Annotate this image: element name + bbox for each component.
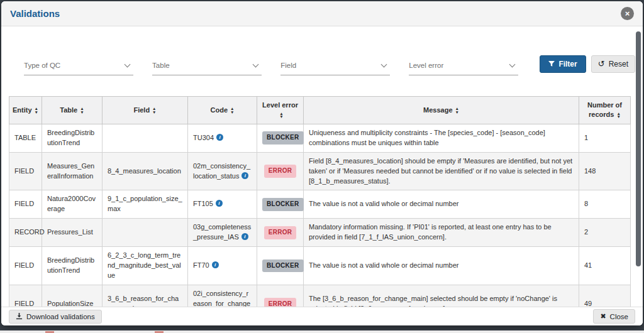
cell-level-error: ERROR: [257, 219, 304, 247]
cell-number-of-records: 49: [579, 285, 631, 308]
download-button-label: Download validations: [26, 313, 95, 320]
cell-code: FT105i: [188, 190, 257, 219]
background-page-sliver: [0, 330, 644, 333]
cell-level-error: ERROR: [257, 285, 304, 308]
filter-level-error-select[interactable]: Level error: [409, 62, 518, 75]
level-badge: BLOCKER: [262, 259, 304, 273]
cell-entity: FIELD: [9, 152, 42, 190]
filter-field-select[interactable]: Field: [280, 62, 390, 75]
filter-table-select[interactable]: Table: [152, 62, 262, 75]
cell-level-error: BLOCKER: [257, 190, 304, 219]
cell-table: Natura2000Coverage: [42, 190, 103, 219]
cell-number-of-records: 41: [579, 247, 631, 285]
cell-message: The value is not a valid whole or decima…: [304, 190, 579, 219]
sort-icon: ▲▼: [230, 107, 234, 114]
filter-field-label: Field: [280, 62, 296, 69]
funnel-icon: [548, 61, 555, 67]
sort-icon: ▲▼: [279, 112, 283, 119]
modal-title: Validations: [10, 8, 60, 19]
filter-button[interactable]: Filter: [540, 55, 586, 73]
cell-number-of-records: 8: [579, 190, 631, 219]
filter-table-label: Table: [152, 62, 170, 69]
cell-table: Pressures_List: [42, 219, 103, 247]
sort-icon: ▲▼: [616, 112, 620, 119]
cell-level-error: ERROR: [257, 152, 304, 190]
modal-header: Validations ×: [1, 1, 643, 26]
cell-table: PopulationSize: [42, 285, 103, 308]
cell-field: 6_2_3_c_long_term_trend_magnitude_best_v…: [103, 247, 188, 285]
chevron-down-icon: [125, 62, 131, 68]
table-row: FIELD BreedingDistributionTrend 6_2_3_c_…: [9, 247, 631, 285]
filter-button-label: Filter: [558, 60, 577, 68]
info-icon[interactable]: i: [242, 233, 248, 240]
modal-backdrop: Validations × Type of QC Table Field Lev…: [0, 0, 644, 333]
cell-code: 03g_completeness_pressure_IASi: [188, 219, 257, 247]
filter-actions: Filter ↺ Reset: [540, 55, 635, 73]
info-icon[interactable]: i: [216, 200, 223, 207]
close-button-label: Close: [610, 313, 628, 320]
column-header-field[interactable]: Field▲▼: [103, 97, 188, 124]
cell-message: Field [8_4_measures_location] should be …: [304, 152, 579, 190]
chevron-down-icon: [253, 62, 259, 68]
level-badge: BLOCKER: [262, 131, 304, 145]
download-validations-button[interactable]: Download validations: [9, 310, 102, 324]
table-header-row: Entity▲▼ Table▲▼ Field▲▼ Code▲▼ Level er…: [9, 97, 631, 124]
filter-type-of-qc-select[interactable]: Type of QC: [24, 62, 133, 75]
cell-table: BreedingDistributionTrend: [42, 247, 103, 285]
column-header-entity[interactable]: Entity▲▼: [9, 97, 42, 124]
filter-bar: Type of QC Table Field Level error Filte…: [24, 55, 635, 75]
level-badge: BLOCKER: [262, 198, 304, 211]
info-icon[interactable]: i: [242, 172, 248, 179]
cell-field: [103, 124, 188, 152]
sort-icon: ▲▼: [80, 107, 84, 114]
table-row: FIELD PopulationSize 3_6_b_reason_for_ch…: [9, 285, 631, 308]
cell-message: Uniqueness and multiplicity constraints …: [304, 124, 579, 152]
cell-number-of-records: 2: [579, 219, 631, 247]
filter-level-error-label: Level error: [409, 62, 443, 69]
sort-icon: ▲▼: [152, 107, 156, 114]
cell-message: The value is not a valid whole or decima…: [304, 247, 579, 285]
cell-entity: FIELD: [9, 285, 42, 308]
filter-type-of-qc-label: Type of QC: [24, 62, 60, 69]
cell-number-of-records: 148: [579, 152, 631, 190]
cell-entity: FIELD: [9, 190, 42, 219]
cell-code: TU304i: [188, 124, 257, 152]
chevron-down-icon: [509, 62, 516, 68]
table-row: RECORD Pressures_List 03g_completeness_p…: [9, 219, 631, 247]
cell-field: 9_1_c_population_size_max: [103, 190, 188, 219]
cell-code: 02i_consistency_reason_for_change_maini: [188, 285, 257, 308]
cell-code: 02m_consistency_location_statusi: [188, 152, 257, 190]
close-icon[interactable]: ×: [621, 7, 634, 20]
cell-code: FT70i: [188, 247, 257, 285]
info-icon[interactable]: i: [216, 134, 223, 141]
validations-table-viewport: Entity▲▼ Table▲▼ Field▲▼ Code▲▼ Level er…: [9, 96, 635, 308]
cell-message: The [3_6_b_reason_for_change_main] selec…: [304, 285, 579, 308]
column-header-table[interactable]: Table▲▼: [42, 97, 103, 124]
reset-button-label: Reset: [609, 60, 628, 68]
cell-field: 8_4_measures_location: [103, 152, 188, 190]
cell-entity: RECORD: [9, 219, 42, 247]
reset-button[interactable]: ↺ Reset: [591, 55, 635, 73]
scrollbar-thumb[interactable]: [636, 31, 641, 266]
close-x-icon: ✖: [600, 312, 606, 320]
column-header-code[interactable]: Code▲▼: [188, 97, 257, 124]
info-icon[interactable]: i: [212, 261, 219, 268]
validations-table: Entity▲▼ Table▲▼ Field▲▼ Code▲▼ Level er…: [9, 96, 631, 308]
sort-icon: ▲▼: [455, 107, 459, 114]
close-button[interactable]: ✖ Close: [593, 309, 635, 324]
modal-scrollbar[interactable]: [636, 29, 641, 308]
cell-entity: FIELD: [9, 247, 42, 285]
cell-message: Mandatory information missing. If 'PI01'…: [304, 219, 579, 247]
level-badge: ERROR: [264, 226, 297, 239]
table-row: TABLE BreedingDistributionTrend TU304i B…: [9, 124, 631, 152]
column-header-message[interactable]: Message▲▼: [304, 97, 579, 124]
modal-footer: Download validations ✖ Close: [1, 307, 643, 325]
table-row: FIELD Natura2000Coverage 9_1_c_populatio…: [9, 190, 631, 219]
sort-icon: ▲▼: [35, 107, 38, 114]
table-row: FIELD Measures_GeneralInformation 8_4_me…: [9, 152, 631, 190]
column-header-level-error[interactable]: Level error▲▼: [257, 97, 304, 124]
level-badge: ERROR: [264, 165, 297, 178]
cell-level-error: BLOCKER: [257, 124, 304, 152]
cell-table: BreedingDistributionTrend: [42, 124, 103, 152]
column-header-number-of-records[interactable]: Number of records▲▼: [579, 97, 631, 124]
